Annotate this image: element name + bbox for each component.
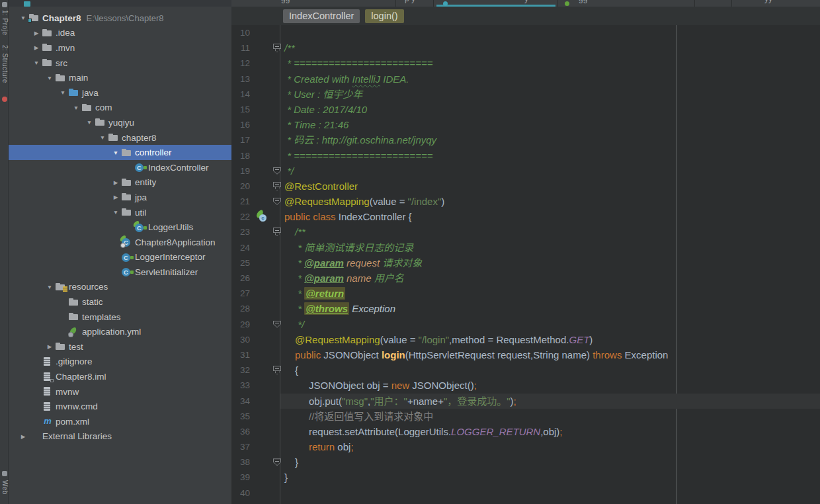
tree-item-src[interactable]: ▼src (9, 56, 231, 71)
tree-item-java[interactable]: ▼java (9, 85, 231, 101)
tree-item-loggerinterceptor[interactable]: CLoggerInterceptor (9, 250, 231, 265)
tree-item-application-yml[interactable]: application.yml (9, 324, 231, 339)
code-line-35[interactable]: 35//将返回值写入到请求对象中 (231, 409, 820, 424)
tree-item--idea[interactable]: ▶.idea (9, 26, 231, 41)
code-line-33[interactable]: 33JSONObject obj = new JSONObject(); (231, 378, 820, 393)
code-line-18[interactable]: 18 * ======================== (231, 148, 820, 163)
code-line-27[interactable]: 27 * @return (231, 286, 820, 301)
chevron-collapsed-icon[interactable]: ▶ (44, 343, 55, 350)
chevron-collapsed-icon[interactable]: ▶ (31, 44, 42, 51)
fold-start-icon[interactable] (273, 182, 281, 190)
tree-item-controller[interactable]: ▼controller (9, 145, 231, 160)
tree-item-indexcontroller[interactable]: CIndexController (9, 160, 231, 175)
tab-label-fragment[interactable]: gg (579, 0, 587, 3)
chevron-collapsed-icon[interactable]: ▶ (31, 30, 42, 36)
code-line-32[interactable]: 32{ (231, 362, 820, 378)
tree-item-entity[interactable]: ▶entity (9, 175, 231, 190)
fold-end-icon[interactable] (273, 197, 281, 206)
project-tree-panel[interactable]: ▼Chapter8E:\lessons\Chapter8▶.idea▶.mvn▼… (9, 7, 231, 504)
code-line-26[interactable]: 26 * @param name 用户名 (231, 271, 820, 286)
code-line-17[interactable]: 17 * 码云 : http://git.oschina.net/jnyqy (231, 132, 820, 147)
code-line-24[interactable]: 24 * 简单测试请求日志的记录 (231, 240, 820, 255)
code-line-19[interactable]: 19 */ (231, 163, 820, 179)
tree-item-chapter8-iml[interactable]: Chapter8.iml (9, 369, 231, 384)
tree-item-jpa[interactable]: ▶jpa (9, 190, 231, 205)
chevron-expanded-icon[interactable]: ▼ (44, 284, 55, 290)
tab-label-fragment[interactable]: p y (405, 0, 415, 3)
tree-item-mvnw-cmd[interactable]: mvnw.cmd (9, 399, 231, 414)
chevron-expanded-icon[interactable]: ▼ (44, 75, 55, 81)
code-line-36[interactable]: 36request.setAttribute(LoggerUtils.LOGGE… (231, 424, 820, 439)
code-line-30[interactable]: 30@RequestMapping(value = "/login",metho… (231, 332, 820, 347)
chevron-expanded-icon[interactable]: ▼ (84, 119, 95, 126)
breadcrumb-item-indexcontroller[interactable]: IndexController (283, 9, 360, 23)
chevron-expanded-icon[interactable]: ▼ (71, 105, 81, 111)
code-line-40[interactable]: 40 (231, 485, 820, 501)
code-line-11[interactable]: 11/** (231, 40, 820, 56)
tree-item-com[interactable]: ▼com (9, 101, 231, 116)
code-line-37[interactable]: 37return obj; (231, 439, 820, 454)
tool-stripe-label-project[interactable]: 1: Proje (0, 10, 9, 35)
tree-item-chapter8application[interactable]: CChapter8Application (9, 235, 231, 250)
code-line-12[interactable]: 12 * ======================== (231, 56, 820, 71)
code-line-29[interactable]: 29 */ (231, 317, 820, 332)
chevron-expanded-icon[interactable]: ▼ (31, 60, 42, 66)
tree-item-main[interactable]: ▼main (9, 70, 231, 85)
tool-stripe-label-web[interactable]: Web (0, 480, 9, 495)
project-tool-icon[interactable] (2, 2, 7, 7)
chevron-expanded-icon[interactable]: ▼ (97, 134, 108, 141)
tree-item-util[interactable]: ▼util (9, 205, 231, 220)
code-line-13[interactable]: 13 * Created with IntelliJ IDEA. (231, 71, 820, 87)
code-line-28[interactable]: 28 * @throws Exception (231, 301, 820, 316)
code-line-10[interactable]: 10 (231, 25, 820, 40)
tree-item--gitignore[interactable]: .gitignore (9, 355, 231, 370)
structure-tool-icon[interactable] (2, 97, 7, 102)
web-tool-icon[interactable] (2, 471, 7, 476)
tab-label-fragment[interactable]: yy (764, 0, 772, 3)
tree-item-test[interactable]: ▶test (9, 339, 231, 355)
fold-start-icon[interactable] (273, 44, 281, 52)
code-line-14[interactable]: 14 * User : 恒宇少年 (231, 87, 820, 102)
code-line-25[interactable]: 25 * @param request 请求对象 (231, 255, 820, 271)
tree-item-chapter8[interactable]: ▼chapter8 (9, 130, 231, 146)
code-line-16[interactable]: 16 * Time : 21:46 (231, 117, 820, 132)
chevron-expanded-icon[interactable]: ▼ (110, 149, 121, 156)
chevron-collapsed-icon[interactable]: ▶ (18, 433, 28, 440)
chevron-expanded-icon[interactable]: ▼ (110, 209, 121, 216)
tree-item-loggerutils[interactable]: CLoggerUtils (9, 220, 231, 235)
tree-item-resources[interactable]: ▼resources (9, 280, 231, 295)
tree-item-templates[interactable]: templates (9, 310, 231, 325)
code-editor[interactable]: 1011/**12 * ========================13 *… (231, 25, 820, 504)
chevron-collapsed-icon[interactable]: ▶ (110, 194, 121, 200)
code-line-34[interactable]: 34obj.put("msg","用户："+name+"，登录成功。"); (231, 394, 820, 409)
tree-item-static[interactable]: static (9, 294, 231, 310)
tab-label-fragment[interactable]: y (524, 0, 528, 3)
tool-stripe-label-structure[interactable]: 2: Structure (0, 45, 9, 83)
code-line-20[interactable]: 20@RestController (231, 179, 820, 194)
tab-label-fragment[interactable]: gg (281, 0, 290, 3)
tree-item-yuqiyu[interactable]: ▼yuqiyu (9, 115, 231, 130)
tree-item-external-libraries[interactable]: ▶External Libraries (9, 429, 231, 444)
code-line-22[interactable]: 22cpublic class IndexController { (231, 209, 820, 224)
chevron-expanded-icon[interactable]: ▼ (58, 89, 68, 96)
fold-end-icon[interactable] (273, 458, 281, 466)
tree-item-mvnw[interactable]: mvnw (9, 384, 231, 399)
code-line-23[interactable]: 23/** (231, 224, 820, 239)
spring-bean-gutter-icon[interactable]: c (256, 211, 268, 222)
editor-tab-strip[interactable]: ggp yyggyy (231, 0, 820, 7)
tree-item-pom-xml[interactable]: mpom.xml (9, 414, 231, 429)
chevron-expanded-icon[interactable]: ▼ (18, 15, 28, 21)
tree-item-chapter8[interactable]: ▼Chapter8E:\lessons\Chapter8 (9, 11, 231, 26)
code-line-31[interactable]: 31public JSONObject login(HttpServletReq… (231, 347, 820, 362)
fold-start-icon[interactable] (273, 366, 281, 374)
tree-item-servletinitializer[interactable]: CServletInitializer (9, 265, 231, 280)
fold-end-icon[interactable] (273, 167, 281, 175)
tree-item--mvn[interactable]: ▶.mvn (9, 40, 231, 56)
chevron-collapsed-icon[interactable]: ▶ (110, 179, 121, 186)
fold-end-icon[interactable] (273, 320, 281, 329)
fold-start-icon[interactable] (273, 228, 281, 236)
code-line-21[interactable]: 21@RequestMapping(value = "/index") (231, 194, 820, 209)
code-line-39[interactable]: 39} (231, 470, 820, 485)
breadcrumb-item-login[interactable]: login() (365, 9, 403, 23)
code-line-38[interactable]: 38} (231, 454, 820, 470)
